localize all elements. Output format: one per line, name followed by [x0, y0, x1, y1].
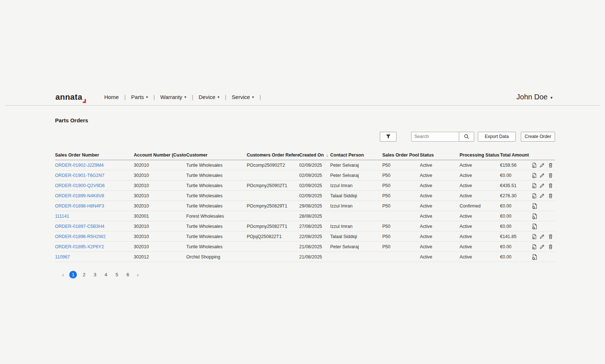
nav-item-service[interactable]: Service ▾ — [231, 92, 255, 102]
delete-icon[interactable] — [548, 193, 553, 199]
brand-logo[interactable]: annata — [55, 92, 86, 102]
created-on-cell: 21/08/2025 — [299, 252, 330, 262]
created-on-cell: 29/08/2025 — [299, 201, 330, 211]
column-header[interactable]: Sales Order Pool — [382, 150, 420, 160]
document-icon[interactable] — [532, 173, 536, 178]
nav-item-warranty[interactable]: Warranty ▾ — [160, 92, 187, 102]
document-icon[interactable] — [532, 254, 537, 260]
delete-icon[interactable] — [548, 183, 553, 189]
document-icon[interactable] — [532, 183, 536, 189]
sales-order-number-link[interactable]: 110967 — [55, 254, 70, 260]
sales-order-number-link[interactable]: ORDER-01895-X2P6Y2 — [55, 244, 104, 249]
sales-order-number-link[interactable]: 111141 — [55, 214, 69, 219]
contact-person-cell: Peter Selvaraj — [330, 170, 382, 181]
table-row: ORDER-01897-C5B3H4 302010 Turtle Wholesa… — [55, 221, 555, 232]
column-header-label: Customer — [186, 153, 207, 158]
document-icon[interactable] — [532, 244, 536, 250]
previous-page-button[interactable]: ‹ — [60, 272, 66, 278]
create-order-button[interactable]: Create Order — [521, 132, 555, 142]
customer-cell: Turtle Wholesales — [186, 170, 247, 181]
column-header[interactable]: Status — [420, 150, 460, 160]
page-button-1[interactable]: 1 — [69, 271, 77, 278]
main-nav: Home | Parts ▾ | Warranty ▾ | Device ▾ |… — [104, 92, 266, 102]
column-header-label: Sales Order Pool — [382, 153, 419, 158]
customer-order-reference-cell: POcmpny250827T1 — [247, 221, 299, 232]
column-header[interactable]: Sales Order Number — [55, 150, 134, 160]
user-menu[interactable]: John Doe ▾ — [516, 93, 553, 101]
nav-item-home[interactable]: Home — [104, 92, 120, 102]
nav-item-device[interactable]: Device ▾ — [198, 92, 220, 102]
account-number-cell: 302001 — [134, 211, 186, 221]
column-header[interactable]: Contact Person — [330, 150, 382, 160]
contact-person-cell — [330, 211, 382, 221]
customer-cell: Turtle Wholesales — [186, 160, 247, 170]
status-cell: Active — [420, 242, 460, 252]
edit-icon[interactable] — [540, 244, 544, 250]
account-number-cell: 302010 — [134, 242, 186, 252]
account-number-cell: 302010 — [134, 191, 186, 201]
document-icon[interactable] — [532, 223, 537, 229]
sales-order-pool-cell: P50 — [382, 181, 420, 191]
status-cell: Active — [420, 191, 460, 201]
column-header[interactable]: Processing Status — [460, 150, 500, 160]
export-data-button[interactable]: Export Data — [478, 132, 516, 142]
created-on-cell: 22/08/2025 — [299, 232, 330, 242]
table-row: ORDER-01902-J2Z9M4 302010 Turtle Wholesa… — [55, 160, 555, 170]
edit-icon[interactable] — [540, 162, 544, 168]
document-icon[interactable] — [532, 203, 537, 209]
total-amount-cell: €276.30 — [500, 191, 532, 201]
search-button[interactable] — [459, 132, 474, 142]
sales-order-number-link[interactable]: ORDER-01898-H8N4F3 — [55, 203, 104, 209]
column-header[interactable]: Total Amount — [500, 150, 532, 160]
page-button-2[interactable]: 2 — [80, 271, 88, 278]
customer-order-reference-cell: POcmpny250902T1 — [247, 181, 299, 191]
next-page-button[interactable]: › — [135, 272, 141, 278]
column-header[interactable]: Account Number (Customer) — [134, 150, 186, 160]
edit-icon[interactable] — [540, 183, 544, 189]
created-on-cell: 21/08/2025 — [299, 242, 330, 252]
page-button-4[interactable]: 4 — [102, 271, 110, 278]
document-icon[interactable] — [532, 193, 536, 199]
document-icon[interactable] — [532, 213, 537, 219]
sales-order-pool-cell: P50 — [382, 160, 420, 170]
nav-item-parts[interactable]: Parts ▾ — [130, 92, 149, 102]
search-input[interactable] — [411, 132, 459, 142]
document-icon[interactable] — [532, 162, 536, 168]
contact-person-cell: Talaal Siddiqi — [330, 232, 382, 242]
table-row: ORDER-01901-T6G2N7 302010 Turtle Wholesa… — [55, 170, 555, 181]
column-header[interactable]: Customer — [186, 150, 247, 160]
processing-status-cell: Active — [460, 191, 500, 201]
user-name: John Doe — [516, 93, 548, 101]
document-icon[interactable] — [532, 234, 536, 240]
customer-order-reference-cell: POcomp250902T2 — [247, 160, 299, 170]
delete-icon[interactable] — [548, 244, 553, 250]
customer-cell: Turtle Wholesales — [186, 242, 247, 252]
page-button-5[interactable]: 5 — [113, 271, 121, 278]
customer-cell: Orchid Shopping — [186, 252, 247, 262]
column-header-label: Sales Order Number — [55, 153, 99, 158]
filter-button[interactable] — [380, 132, 397, 142]
page-button-6[interactable]: 6 — [124, 271, 132, 278]
chevron-down-icon: ▾ — [146, 95, 148, 99]
delete-icon[interactable] — [548, 234, 553, 240]
column-header[interactable]: Customers Order Reference — [247, 150, 299, 160]
contact-person-cell: Izzul Imran — [330, 221, 382, 232]
edit-icon[interactable] — [540, 173, 544, 178]
edit-icon[interactable] — [540, 234, 544, 240]
edit-icon[interactable] — [540, 193, 544, 199]
sales-order-number-link[interactable]: ORDER-01900-Q2V9D6 — [55, 183, 105, 188]
sales-order-number-link[interactable]: ORDER-01902-J2Z9M4 — [55, 163, 104, 168]
row-actions — [532, 221, 553, 231]
customer-order-reference-cell — [247, 242, 299, 252]
sales-order-number-link[interactable]: ORDER-01896-R5H2W2 — [55, 234, 106, 239]
sales-order-number-link[interactable]: ORDER-01899-N4K8V8 — [55, 193, 104, 198]
delete-icon[interactable] — [548, 173, 553, 178]
sales-order-number-link[interactable]: ORDER-01901-T6G2N7 — [55, 173, 104, 178]
delete-icon[interactable] — [548, 162, 553, 168]
sales-order-number-link[interactable]: ORDER-01897-C5B3H4 — [55, 224, 104, 229]
customer-order-reference-cell: POjsjQ250822T1 — [247, 232, 299, 242]
sort-descending-icon: ↓ — [326, 153, 328, 157]
processing-status-cell: Active — [460, 181, 500, 191]
page-button-3[interactable]: 3 — [91, 271, 99, 278]
column-header[interactable]: Created On ↓ — [299, 150, 330, 160]
